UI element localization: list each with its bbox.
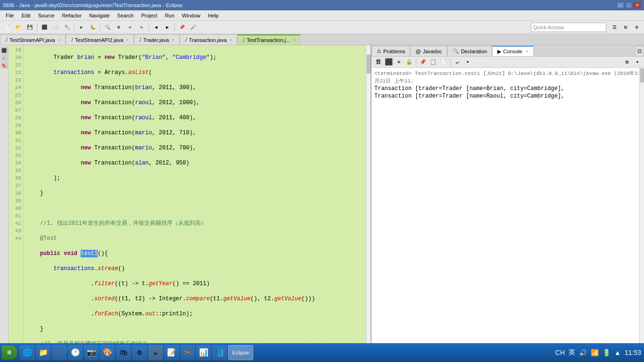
sidebar-breakpoint-icon[interactable]: ⬛ bbox=[1, 47, 8, 54]
taskbar-ppt-icon[interactable]: 📊 bbox=[196, 345, 211, 360]
editor-scrollbar-thumb[interactable] bbox=[367, 55, 371, 74]
toolbar-run-button[interactable]: ▶ bbox=[76, 22, 87, 33]
tab-close-5[interactable]: × bbox=[293, 38, 295, 42]
toolbar-btn-4[interactable]: 🔧 bbox=[62, 22, 72, 33]
console-word-wrap-btn[interactable]: ↵ bbox=[453, 58, 462, 67]
tab-maximize-btn[interactable]: ⊡ bbox=[635, 46, 644, 56]
tab-testTransaction[interactable]: J TestTransaction.j... × bbox=[237, 34, 300, 45]
taskbar-browser-icon[interactable]: 🌐 bbox=[20, 345, 35, 360]
tray-ch[interactable]: CH bbox=[554, 349, 566, 356]
toolbar-perspective-btn[interactable]: ☰ bbox=[609, 22, 619, 33]
toolbar-btn-7[interactable]: ↩ bbox=[125, 22, 135, 33]
console-scrollbar[interactable] bbox=[639, 68, 644, 346]
close-button[interactable]: ✕ bbox=[634, 2, 641, 8]
tab-console-close[interactable]: × bbox=[526, 49, 528, 54]
toolbar-save-button[interactable]: 💾 bbox=[25, 22, 35, 33]
taskbar-eclipse-item[interactable]: Eclipse bbox=[228, 345, 253, 360]
code-editor[interactable]: Trader brian = new Trader("Brian", "Camb… bbox=[24, 45, 366, 351]
console-close2-btn[interactable]: ✕ bbox=[394, 58, 404, 67]
toolbar-layout-btn[interactable]: ⊞ bbox=[620, 22, 631, 33]
taskbar-store-icon[interactable]: 🛍 bbox=[116, 345, 131, 360]
taskbar-tray: CH 英 🔊 📶 🔋 ▲ 11:53 bbox=[554, 348, 642, 357]
console-pin-btn[interactable]: 📌 bbox=[418, 58, 428, 67]
tray-sound[interactable]: 🔊 bbox=[578, 349, 588, 356]
tab-declaration[interactable]: 🔍 Declaration bbox=[447, 46, 493, 56]
code-line-19: Trader brian = new Trader("Brian", "Camb… bbox=[26, 54, 363, 61]
tab-testStreamAPI[interactable]: J TestStreamAPI.java × bbox=[0, 34, 66, 45]
tab-icon-5: J bbox=[242, 38, 245, 43]
console-copy-btn[interactable]: 📋 bbox=[429, 58, 438, 67]
tab-close-3[interactable]: × bbox=[172, 38, 174, 42]
taskbar-word-icon[interactable]: 📘 bbox=[212, 345, 227, 360]
toolbar-btn-2[interactable]: ⬛ bbox=[39, 22, 50, 33]
menu-file[interactable]: File bbox=[2, 12, 18, 19]
taskbar-clock-icon[interactable]: 🕐 bbox=[68, 345, 83, 360]
toolbar-debug-button[interactable]: 🐛 bbox=[88, 22, 98, 33]
console-paste-btn[interactable]: 📄 bbox=[439, 58, 448, 67]
tab-close-1[interactable]: × bbox=[58, 38, 60, 42]
toolbar-btn-10[interactable]: ▶ bbox=[162, 22, 173, 33]
tab-close-2[interactable]: × bbox=[126, 38, 129, 42]
menu-run[interactable]: Run bbox=[161, 12, 178, 19]
taskbar-media-icon[interactable]: 🎵 bbox=[52, 345, 67, 360]
code-line-24: new Transaction(mario, 2012, 710), bbox=[26, 129, 363, 137]
tab-problems[interactable]: ⚠ Problems bbox=[372, 46, 410, 56]
tray-battery[interactable]: 🔋 bbox=[602, 349, 611, 356]
console-open-console-btn[interactable]: ⊞ bbox=[622, 58, 632, 67]
tab-trader[interactable]: J Trader.java × bbox=[134, 34, 180, 45]
tab-javadoc[interactable]: @ Javadoc bbox=[410, 46, 447, 56]
toolbar-open-button[interactable]: 📂 bbox=[13, 22, 24, 33]
taskbar-camera-icon[interactable]: 📷 bbox=[84, 345, 99, 360]
tab-icon-1: J bbox=[5, 37, 8, 42]
menu-help[interactable]: Help bbox=[204, 12, 223, 19]
toolbar-btn-8[interactable]: ↪ bbox=[136, 22, 147, 33]
console-scrollbar-thumb[interactable] bbox=[640, 68, 644, 82]
taskbar-explorer-icon[interactable]: 📁 bbox=[36, 345, 51, 360]
menu-navigate[interactable]: Navigate bbox=[85, 12, 113, 19]
tray-network[interactable]: 📶 bbox=[590, 349, 600, 356]
menu-project[interactable]: Project bbox=[137, 12, 161, 19]
tray-arrow[interactable]: ▲ bbox=[613, 349, 622, 356]
tab-transaction[interactable]: J Transaction.java × bbox=[180, 34, 238, 45]
editor-scrollbar[interactable] bbox=[366, 45, 371, 351]
console-options-btn[interactable]: ▾ bbox=[463, 58, 472, 67]
code-line-28: } bbox=[26, 189, 363, 197]
taskbar-eclipse-label: Eclipse bbox=[232, 350, 249, 355]
taskbar-eclipse-icon[interactable]: ☕ bbox=[148, 345, 163, 360]
tab-console[interactable]: ▶ Console × bbox=[492, 46, 534, 56]
taskbar-paint-icon[interactable]: 🎨 bbox=[100, 345, 115, 360]
code-line-20: transactions = Arrays.asList( bbox=[26, 69, 363, 76]
minimize-button[interactable]: ─ bbox=[617, 2, 624, 8]
toolbar-btn-12[interactable]: 🔎 bbox=[188, 22, 198, 33]
menu-edit[interactable]: Edit bbox=[18, 12, 34, 19]
toolbar-btn-11[interactable]: 📌 bbox=[177, 22, 187, 33]
start-button[interactable]: ⊞ bbox=[2, 346, 17, 360]
toolbar-btn-9[interactable]: ◀ bbox=[151, 22, 161, 33]
tab-label-4: Transaction.java bbox=[189, 37, 227, 43]
editor-area[interactable]: 19 20 21 22 23 24 25 26 27 28 29 30 31 3… bbox=[8, 45, 366, 351]
console-stop-btn[interactable]: ⬛ bbox=[384, 58, 393, 67]
menu-refactor[interactable]: Refactor bbox=[58, 12, 86, 19]
taskbar-game-icon[interactable]: 🎮 bbox=[180, 345, 195, 360]
menu-source[interactable]: Source bbox=[34, 12, 58, 19]
taskbar-file-icon[interactable]: 📝 bbox=[164, 345, 179, 360]
toolbar-btn-3[interactable]: ⬜ bbox=[50, 22, 61, 33]
toolbar-new-button[interactable]: 📄 bbox=[2, 22, 12, 33]
taskbar-settings-icon[interactable]: ⚙ bbox=[132, 345, 147, 360]
toolbar-settings-btn[interactable]: ⚙ bbox=[632, 22, 642, 33]
console-view-menu-btn[interactable]: ▾ bbox=[633, 58, 642, 67]
maximize-button[interactable]: □ bbox=[625, 2, 633, 8]
tab-close-4[interactable]: × bbox=[230, 38, 232, 42]
toolbar-btn-5[interactable]: 🔍 bbox=[102, 22, 113, 33]
quick-access-input[interactable]: Quick Access bbox=[531, 23, 606, 32]
menu-search[interactable]: Search bbox=[114, 12, 138, 19]
sidebar-bookmark-icon[interactable]: 🔖 bbox=[1, 62, 8, 69]
menu-window[interactable]: Window bbox=[178, 12, 204, 19]
tab-testStreamAPI2[interactable]: J TestStreamAPI2.java × bbox=[66, 34, 134, 45]
console-scroll-lock-btn[interactable]: 🔒 bbox=[405, 58, 414, 67]
console-clear-btn[interactable]: 🗑 bbox=[373, 58, 383, 67]
toolbar-btn-6[interactable]: ⚙ bbox=[114, 22, 124, 33]
tray-lang[interactable]: 英 bbox=[568, 348, 576, 357]
sidebar-task-icon[interactable]: ✓ bbox=[1, 55, 8, 61]
tab-label-1: TestStreamAPI.java bbox=[9, 37, 55, 43]
